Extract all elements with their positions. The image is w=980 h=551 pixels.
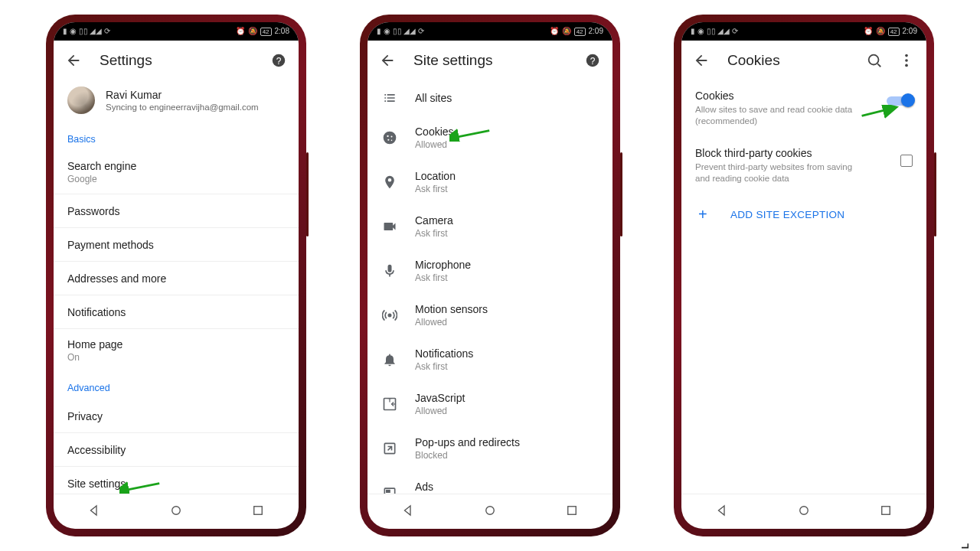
- row-cookies[interactable]: CookiesAllowed: [368, 116, 612, 160]
- app-bar: Settings ?: [54, 41, 299, 80]
- status-bar: ▮ ◉ ▯▯ ◢◢ ⟳ ⏰ 🔕 42 2:09: [681, 22, 926, 41]
- app-bar: Site settings ?: [368, 41, 612, 80]
- row-accessibility[interactable]: Accessibility: [54, 433, 299, 467]
- phone-frame-1: ▮ ◉ ▯▯ ◢◢ ⟳ ⏰ 🔕 42 2:08 Settings ?: [46, 15, 306, 536]
- section-label-advanced: Advanced: [54, 372, 299, 399]
- row-javascript[interactable]: JavaScriptAllowed: [368, 382, 612, 426]
- list-icon: [381, 90, 398, 106]
- row-all-sites[interactable]: All sites: [368, 80, 612, 116]
- svg-rect-4: [253, 506, 262, 514]
- phone-screen-2: ▮ ◉ ▯▯ ◢◢ ⟳ ⏰ 🔕 42 2:09 Site settings ?: [368, 22, 612, 529]
- nav-back-button[interactable]: [715, 504, 729, 520]
- clock: 2:09: [903, 28, 917, 35]
- row-popups[interactable]: Pop-ups and redirectsBlocked: [368, 426, 612, 471]
- nav-recents-button[interactable]: [565, 504, 579, 520]
- bell-icon: [381, 352, 398, 367]
- help-button[interactable]: ?: [583, 51, 602, 70]
- site-settings-content: All sites CookiesAllowed LocationAsk fir…: [368, 80, 612, 494]
- status-left-icons: ▮ ◉ ▯▯ ◢◢ ⟳: [691, 28, 738, 35]
- clock: 2:08: [275, 28, 289, 35]
- row-ads[interactable]: AdsBlocked on some sites: [368, 471, 612, 494]
- block-third-party-checkbox[interactable]: [900, 155, 913, 167]
- row-microphone[interactable]: MicrophoneAsk first: [368, 249, 612, 293]
- add-site-exception-button[interactable]: + ADD SITE EXCEPTION: [681, 195, 926, 234]
- system-nav-bar: [681, 494, 926, 529]
- nav-recents-button[interactable]: [251, 504, 265, 520]
- add-exception-label: ADD SITE EXCEPTION: [730, 209, 844, 220]
- block-third-party-row[interactable]: Block third-party cookies Prevent third-…: [681, 138, 926, 195]
- help-icon: ?: [584, 52, 601, 69]
- svg-point-18: [905, 64, 908, 67]
- arrow-back-icon: [65, 52, 82, 69]
- help-button[interactable]: ?: [270, 51, 288, 70]
- search-button[interactable]: [865, 51, 884, 70]
- row-privacy[interactable]: Privacy: [54, 399, 299, 433]
- svg-rect-11: [387, 491, 390, 493]
- svg-point-13: [486, 506, 495, 514]
- row-payment-methods[interactable]: Payment methods: [54, 228, 299, 262]
- alarm-icon: ⏰: [236, 28, 245, 35]
- dnd-icon: 🔕: [248, 28, 257, 35]
- svg-rect-21: [881, 506, 890, 514]
- more-vert-icon: [898, 52, 915, 69]
- nav-back-button[interactable]: [401, 504, 415, 520]
- arrow-back-icon: [693, 52, 710, 69]
- phone-frame-2: ▮ ◉ ▯▯ ◢◢ ⟳ ⏰ 🔕 42 2:09 Site settings ?: [360, 15, 620, 536]
- alarm-icon: ⏰: [550, 28, 559, 35]
- system-nav-bar: [368, 494, 612, 529]
- dnd-icon: 🔕: [876, 28, 885, 35]
- help-icon: ?: [270, 52, 287, 69]
- phone-screen-3: ▮ ◉ ▯▯ ◢◢ ⟳ ⏰ 🔕 42 2:09 Cookies: [681, 22, 926, 529]
- setting-description: Prevent third-party websites from saving…: [695, 161, 856, 184]
- row-camera[interactable]: CameraAsk first: [368, 204, 612, 249]
- search-icon: [866, 52, 883, 69]
- svg-point-15: [869, 55, 879, 65]
- section-label-basics: Basics: [54, 123, 299, 151]
- overflow-button[interactable]: [897, 51, 916, 70]
- settings-content: Ravi Kumar Syncing to engineerravijha@gm…: [54, 80, 299, 494]
- row-search-engine[interactable]: Search engine Google: [54, 151, 299, 194]
- plus-icon: +: [695, 206, 710, 223]
- row-home-page[interactable]: Home page On: [54, 329, 299, 372]
- status-bar: ▮ ◉ ▯▯ ◢◢ ⟳ ⏰ 🔕 42 2:08: [54, 22, 299, 41]
- row-site-settings[interactable]: Site settings: [54, 467, 299, 494]
- page-title: Site settings: [413, 52, 567, 69]
- svg-point-3: [172, 506, 181, 514]
- account-row[interactable]: Ravi Kumar Syncing to engineerravijha@gm…: [54, 80, 299, 123]
- nav-recents-button[interactable]: [879, 504, 893, 520]
- nav-home-button[interactable]: [797, 504, 811, 520]
- back-button[interactable]: [64, 51, 83, 70]
- row-passwords[interactable]: Passwords: [54, 194, 299, 228]
- account-name: Ravi Kumar: [106, 89, 259, 101]
- motion-icon: [381, 308, 398, 323]
- row-notifications[interactable]: NotificationsAsk first: [368, 337, 612, 382]
- svg-point-16: [905, 54, 908, 57]
- status-bar: ▮ ◉ ▯▯ ◢◢ ⟳ ⏰ 🔕 42 2:09: [368, 22, 612, 41]
- cookies-master-toggle-row[interactable]: Cookies Allow sites to save and read coo…: [681, 80, 926, 138]
- page-title: Settings: [100, 52, 253, 69]
- dnd-icon: 🔕: [562, 28, 571, 35]
- back-button[interactable]: [692, 51, 710, 70]
- back-button[interactable]: [378, 51, 397, 70]
- battery-indicator: 42: [260, 28, 272, 36]
- app-bar: Cookies: [681, 41, 926, 80]
- avatar: [67, 86, 95, 114]
- cookie-icon: [381, 130, 398, 145]
- svg-text:?: ?: [276, 56, 282, 67]
- status-left-icons: ▮ ◉ ▯▯ ◢◢ ⟳: [377, 28, 424, 35]
- popup-icon: [381, 441, 398, 456]
- row-motion-sensors[interactable]: Motion sensorsAllowed: [368, 293, 612, 337]
- javascript-icon: [381, 396, 398, 412]
- svg-text:?: ?: [590, 56, 596, 67]
- arrow-back-icon: [379, 52, 396, 69]
- nav-home-button[interactable]: [483, 504, 497, 520]
- phone-frame-3: ▮ ◉ ▯▯ ◢◢ ⟳ ⏰ 🔕 42 2:09 Cookies: [674, 15, 934, 536]
- nav-back-button[interactable]: [87, 504, 101, 520]
- row-notifications[interactable]: Notifications: [54, 295, 299, 329]
- nav-home-button[interactable]: [169, 504, 183, 520]
- row-addresses[interactable]: Addresses and more: [54, 262, 299, 295]
- page-title: Cookies: [727, 52, 848, 69]
- svg-point-7: [388, 314, 390, 316]
- row-location[interactable]: LocationAsk first: [368, 160, 612, 204]
- cookies-toggle[interactable]: [887, 94, 914, 106]
